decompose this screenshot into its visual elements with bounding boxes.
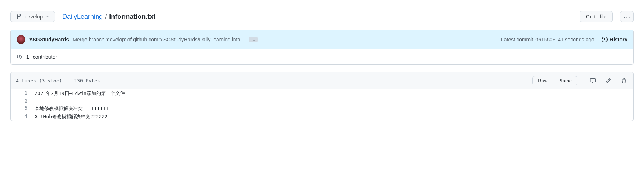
raw-button[interactable]: Raw [532, 76, 553, 85]
commit-meta: Latest commit 901b82e 41 seconds ago His… [501, 37, 627, 42]
code-table: 12021年2月19日—Edwin添加的第一个文件23本地修改模拟解决冲突111… [11, 89, 633, 121]
breadcrumb: DailyLearning / Information.txt [62, 13, 155, 21]
line-content: 本地修改模拟解决冲突111111111 [31, 105, 633, 113]
code-line: 2 [11, 98, 633, 105]
file-size: 130 Bytes [74, 78, 100, 83]
commit-bar: YSGStudyHards Merge branch 'develop' of … [11, 30, 633, 49]
blame-button[interactable]: Blame [553, 76, 577, 85]
code-line: 12021年2月19日—Edwin添加的第一个文件 [11, 89, 633, 98]
code-line: 4GitHub修改模拟解决冲突222222 [11, 113, 633, 121]
history-icon [602, 37, 608, 42]
people-icon [17, 54, 22, 60]
contributors-row: 1 contributor [11, 49, 633, 64]
history-link[interactable]: History [602, 37, 627, 42]
line-content: 2021年2月19日—Edwin添加的第一个文件 [31, 89, 633, 98]
desktop-icon [590, 78, 596, 84]
more-options-button[interactable] [620, 11, 634, 22]
file-toolbar: 4 lines (3 sloc) 130 Bytes Raw Blame [11, 72, 633, 89]
go-to-file-button[interactable]: Go to file [580, 11, 613, 22]
commit-time: 41 seconds ago [558, 37, 594, 42]
kebab-icon [624, 17, 630, 18]
file-header-row: develop DailyLearning / Information.txt … [10, 11, 634, 22]
desktop-open-button[interactable] [588, 76, 597, 85]
expand-commit-message[interactable]: … [249, 37, 258, 42]
commit-sha[interactable]: 901b82e [535, 37, 556, 42]
file-view-box: 4 lines (3 sloc) 130 Bytes Raw Blame 120… [10, 72, 634, 121]
repo-link[interactable]: DailyLearning [62, 13, 103, 21]
file-line-count: 4 lines (3 sloc) [16, 78, 62, 83]
separator [68, 78, 68, 84]
commit-author[interactable]: YSGStudyHards [29, 37, 69, 42]
edit-button[interactable] [604, 76, 613, 85]
pencil-icon [605, 78, 611, 84]
latest-commit-label: Latest commit [501, 37, 533, 42]
history-label: History [610, 37, 627, 42]
commit-info-box: YSGStudyHards Merge branch 'develop' of … [10, 30, 634, 65]
contributor-label: contributor [33, 54, 57, 60]
branch-selector[interactable]: develop [10, 11, 55, 22]
delete-button[interactable] [619, 76, 628, 85]
line-content [31, 98, 633, 105]
breadcrumb-separator: / [104, 13, 108, 21]
line-content: GitHub修改模拟解决冲突222222 [31, 113, 633, 121]
triangle-down-icon [46, 15, 49, 18]
branch-name: develop [25, 14, 43, 20]
git-branch-icon [16, 14, 22, 20]
line-number[interactable]: 1 [11, 89, 31, 98]
raw-blame-group: Raw Blame [532, 76, 577, 85]
line-number[interactable]: 3 [11, 105, 31, 113]
code-line: 3本地修改模拟解决冲突111111111 [11, 105, 633, 113]
breadcrumb-file: Information.txt [109, 13, 155, 21]
commit-message[interactable]: Merge branch 'develop' of github.com:YSG… [73, 37, 245, 42]
line-number[interactable]: 2 [11, 98, 31, 105]
trash-icon [621, 78, 627, 84]
contributor-count: 1 [26, 54, 29, 60]
avatar[interactable] [17, 35, 25, 44]
line-number[interactable]: 4 [11, 113, 31, 121]
file-tool-icons [588, 76, 628, 85]
